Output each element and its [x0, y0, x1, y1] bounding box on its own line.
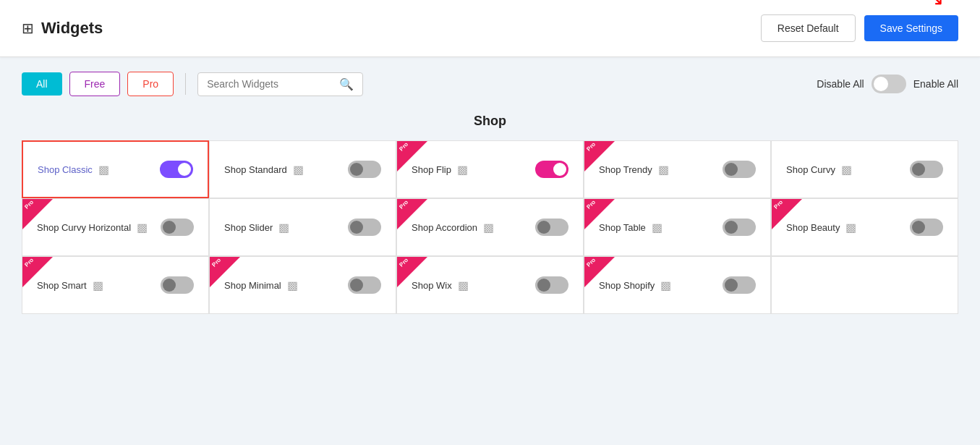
monitor-icon: ▩ [458, 279, 469, 292]
monitor-icon: ▩ [658, 163, 669, 177]
filter-pro-button[interactable]: Pro [127, 72, 174, 96]
widget-card: ProShop Shopify▩ [584, 256, 771, 314]
widget-toggle[interactable] [723, 219, 756, 236]
save-settings-button[interactable]: Save Settings [864, 15, 958, 41]
widget-card: ProShop Wix▩ [396, 256, 584, 314]
monitor-icon: ▩ [93, 279, 103, 292]
widget-card: Shop Standard▩ [209, 140, 396, 198]
widget-left: Shop Standard▩ [224, 163, 304, 177]
global-toggle[interactable] [872, 75, 906, 93]
widget-toggle[interactable] [723, 161, 756, 178]
monitor-icon: ▩ [652, 221, 662, 234]
widget-card: ProShop Trendy▩ [584, 140, 771, 198]
search-icon: 🔍 [339, 77, 354, 91]
monitor-icon: ▩ [278, 221, 289, 234]
widgets-row-1: Shop Classic▩Shop Standard▩ProShop Flip▩… [22, 140, 958, 198]
widget-card: ProShop Accordion▩ [396, 198, 584, 256]
widget-left: Shop Curvy Horizontal▩ [37, 221, 148, 234]
widget-name: Shop Slider [224, 222, 273, 233]
widget-toggle[interactable] [535, 276, 568, 294]
toggle-all-area: Disable All Enable All [817, 75, 958, 93]
filter-free-button[interactable]: Free [69, 72, 121, 96]
widget-toggle[interactable] [348, 219, 381, 236]
monitor-icon: ▩ [137, 221, 148, 234]
enable-all-label: Enable All [913, 78, 958, 90]
monitor-icon: ▩ [841, 163, 852, 177]
widgets-row-3: ProShop Smart▩ProShop Minimal▩ProShop Wi… [22, 256, 958, 314]
header: ⊞ Widgets Reset Default ↘ Save Settings [0, 0, 980, 57]
disable-all-label: Disable All [817, 78, 864, 90]
filter-divider [185, 73, 186, 95]
widget-name: Shop Standard [224, 164, 287, 175]
arrow-down-icon: ↘ [927, 0, 944, 10]
widget-toggle[interactable] [910, 161, 943, 178]
filter-bar: All Free Pro 🔍 Disable All Enable All [22, 72, 958, 96]
monitor-icon: ▩ [457, 163, 468, 177]
widget-left: Shop Classic▩ [38, 163, 109, 177]
widget-toggle[interactable] [535, 219, 568, 236]
content: All Free Pro 🔍 Disable All Enable All Sh… [0, 57, 980, 329]
widgets-icon: ⊞ [22, 20, 34, 37]
page-title: Widgets [41, 19, 103, 38]
widget-toggle[interactable] [348, 276, 381, 294]
widget-toggle[interactable] [348, 161, 381, 178]
monitor-icon: ▩ [287, 279, 298, 292]
widget-card: ProShop Flip▩ [396, 140, 584, 198]
widget-toggle[interactable] [723, 276, 756, 294]
monitor-icon: ▩ [293, 163, 304, 177]
widget-card: Shop Slider▩ [209, 198, 396, 256]
widget-card: Shop Curvy▩ [771, 140, 958, 198]
header-buttons: Reset Default ↘ Save Settings [761, 14, 958, 42]
monitor-icon: ▩ [483, 221, 494, 234]
widget-toggle[interactable] [161, 219, 194, 236]
widget-toggle[interactable] [910, 219, 943, 236]
widget-card: Shop Classic▩ [22, 140, 209, 198]
monitor-icon: ▩ [98, 163, 109, 177]
widget-toggle[interactable] [161, 276, 194, 294]
monitor-icon: ▩ [660, 279, 671, 292]
widget-card: ProShop Minimal▩ [209, 256, 396, 314]
widget-card: ProShop Smart▩ [22, 256, 209, 314]
search-input[interactable] [207, 78, 333, 90]
widget-name: Shop Curvy [786, 164, 835, 175]
widget-left: Shop Slider▩ [224, 221, 289, 234]
widget-card: ProShop Beauty▩ [771, 198, 958, 256]
widgets-row-2: ProShop Curvy Horizontal▩Shop Slider▩Pro… [22, 198, 958, 256]
header-left: ⊞ Widgets [22, 19, 103, 38]
widget-card-empty [771, 256, 958, 314]
section-title: Shop [22, 114, 958, 129]
search-box[interactable]: 🔍 [197, 72, 363, 96]
widget-toggle[interactable] [160, 161, 193, 178]
reset-default-button[interactable]: Reset Default [761, 14, 856, 42]
widget-left: Shop Curvy▩ [786, 163, 852, 177]
arrow-indicator: ↘ Save Settings [864, 15, 958, 41]
widget-name: Shop Classic [38, 164, 93, 175]
widget-card: ProShop Table▩ [584, 198, 771, 256]
widget-card: ProShop Curvy Horizontal▩ [22, 198, 209, 256]
monitor-icon: ▩ [845, 221, 856, 234]
widget-toggle[interactable] [535, 161, 568, 178]
filter-all-button[interactable]: All [22, 72, 62, 96]
